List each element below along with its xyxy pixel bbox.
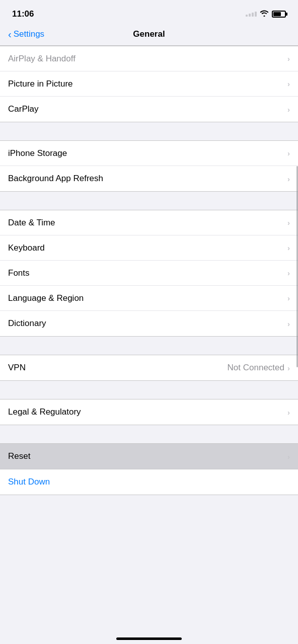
group-vpn: VPN Not Connected › xyxy=(0,355,298,381)
back-label: Settings xyxy=(14,29,44,39)
language-region-label: Language & Region xyxy=(8,293,84,303)
reset-label: Reset xyxy=(8,451,30,461)
chevron-right-icon: › xyxy=(287,364,290,372)
reset-right: › xyxy=(287,452,290,461)
carplay-label: CarPlay xyxy=(8,104,38,114)
settings-item-dictionary[interactable]: Dictionary › xyxy=(0,311,298,336)
picture-in-picture-right: › xyxy=(287,79,290,88)
fonts-right: › xyxy=(287,269,290,277)
settings-item-shut-down[interactable]: Shut Down xyxy=(0,469,298,495)
chevron-right-icon: › xyxy=(287,175,290,183)
page-wrapper: 11:06 ‹ Settings xyxy=(0,0,298,644)
legal-regulatory-right: › xyxy=(287,408,290,417)
settings-item-reset[interactable]: Reset › xyxy=(0,444,298,469)
home-indicator xyxy=(0,631,298,644)
chevron-right-icon: › xyxy=(287,294,290,302)
chevron-right-icon: › xyxy=(287,452,290,461)
background-app-refresh-label: Background App Refresh xyxy=(8,174,103,184)
status-time: 11:06 xyxy=(12,9,34,19)
settings-item-keyboard[interactable]: Keyboard › xyxy=(0,235,298,261)
settings-item-fonts[interactable]: Fonts › xyxy=(0,261,298,286)
group-shutdown: Shut Down xyxy=(0,469,298,495)
iphone-storage-label: iPhone Storage xyxy=(8,148,67,158)
group-locale: Date & Time › Keyboard › Fonts › Languag… xyxy=(0,210,298,337)
iphone-storage-right: › xyxy=(287,149,290,157)
airplay-handoff-label: AirPlay & Handoff xyxy=(8,54,76,64)
chevron-right-icon: › xyxy=(287,149,290,157)
battery-icon xyxy=(272,11,286,18)
picture-in-picture-label: Picture in Picture xyxy=(8,79,73,89)
dictionary-label: Dictionary xyxy=(8,318,46,329)
status-icons xyxy=(246,10,286,19)
settings-item-legal-regulatory[interactable]: Legal & Regulatory › xyxy=(0,399,298,425)
vpn-value: Not Connected xyxy=(228,363,284,373)
settings-item-background-app-refresh[interactable]: Background App Refresh › xyxy=(0,166,298,191)
nav-title: General xyxy=(133,29,165,39)
settings-content: AirPlay & Handoff › Picture in Picture ›… xyxy=(0,46,298,495)
section-divider-3 xyxy=(0,337,298,355)
back-chevron-icon: ‹ xyxy=(8,29,12,39)
language-region-right: › xyxy=(287,294,290,302)
chevron-right-icon: › xyxy=(287,105,290,114)
keyboard-right: › xyxy=(287,244,290,252)
shut-down-label: Shut Down xyxy=(8,477,50,487)
group-reset: Reset › xyxy=(0,443,298,469)
dictionary-right: › xyxy=(287,319,290,328)
group-storage: iPhone Storage › Background App Refresh … xyxy=(0,140,298,192)
chevron-right-icon: › xyxy=(287,218,290,227)
vpn-right: Not Connected › xyxy=(228,363,290,373)
section-divider-4 xyxy=(0,381,298,399)
signal-icon xyxy=(246,12,257,17)
settings-item-language-region[interactable]: Language & Region › xyxy=(0,286,298,311)
settings-item-picture-in-picture[interactable]: Picture in Picture › xyxy=(0,71,298,97)
settings-item-iphone-storage[interactable]: iPhone Storage › xyxy=(0,141,298,166)
back-button[interactable]: ‹ Settings xyxy=(8,29,44,39)
carplay-right: › xyxy=(287,105,290,114)
chevron-right-icon: › xyxy=(287,408,290,417)
fonts-label: Fonts xyxy=(8,268,30,278)
group-legal: Legal & Regulatory › xyxy=(0,399,298,425)
vpn-label: VPN xyxy=(8,363,26,373)
status-bar: 11:06 xyxy=(0,0,298,25)
chevron-right-icon: › xyxy=(287,244,290,252)
background-app-refresh-right: › xyxy=(287,175,290,183)
date-time-right: › xyxy=(287,218,290,227)
date-time-label: Date & Time xyxy=(8,218,55,228)
section-divider-2 xyxy=(0,192,298,210)
wifi-icon xyxy=(260,10,269,19)
legal-regulatory-label: Legal & Regulatory xyxy=(8,407,81,417)
chevron-right-icon: › xyxy=(287,79,290,88)
group-top: AirPlay & Handoff › Picture in Picture ›… xyxy=(0,46,298,122)
keyboard-label: Keyboard xyxy=(8,243,45,253)
home-bar xyxy=(116,637,182,640)
airplay-handoff-right: › xyxy=(287,54,290,63)
chevron-right-icon: › xyxy=(287,54,290,63)
chevron-right-icon: › xyxy=(287,319,290,328)
settings-item-vpn[interactable]: VPN Not Connected › xyxy=(0,355,298,380)
settings-item-airplay-handoff[interactable]: AirPlay & Handoff › xyxy=(0,46,298,71)
section-divider-5 xyxy=(0,425,298,443)
chevron-right-icon: › xyxy=(287,269,290,277)
settings-item-date-time[interactable]: Date & Time › xyxy=(0,210,298,235)
section-divider-1 xyxy=(0,122,298,140)
settings-item-carplay[interactable]: CarPlay › xyxy=(0,97,298,122)
nav-bar: ‹ Settings General xyxy=(0,25,298,46)
